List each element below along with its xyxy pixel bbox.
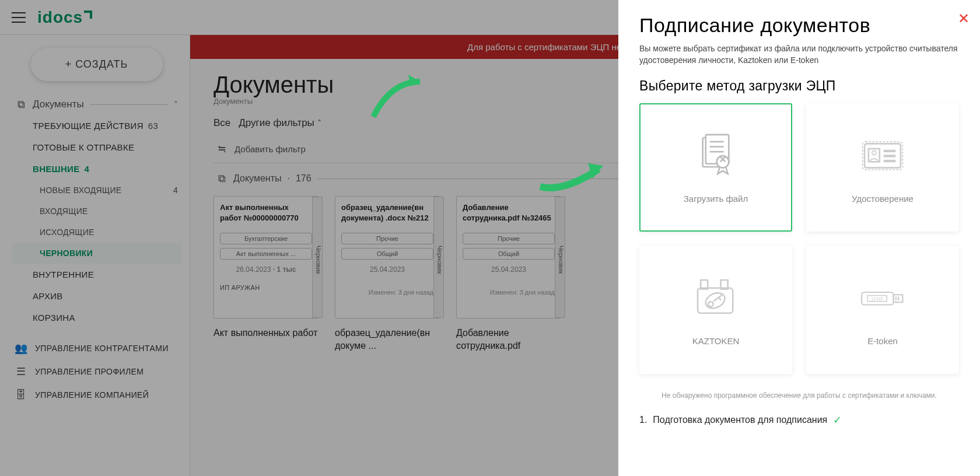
svg-point-19 (708, 302, 713, 307)
svg-point-11 (872, 150, 876, 155)
method-label: Удостоверение (852, 194, 914, 204)
panel-choose-heading: Выберите метод загрузки ЭЦП (639, 78, 959, 94)
kaztoken-icon (691, 273, 741, 323)
method-upload-file[interactable]: Загрузить файл (639, 103, 792, 232)
method-id-card[interactable]: Удостоверение (806, 103, 959, 232)
etoken-icon: 12345 (858, 273, 908, 323)
svg-line-21 (719, 297, 720, 300)
id-card-icon (858, 131, 908, 181)
check-icon: ✓ (833, 414, 842, 426)
method-label: E-token (867, 336, 898, 346)
certificate-file-icon (691, 131, 741, 181)
close-icon[interactable]: ✕ (958, 10, 970, 27)
sign-documents-panel: ✕ Подписание документов Вы можете выбрат… (618, 0, 980, 476)
method-kaztoken[interactable]: KAZTOKEN (639, 246, 792, 374)
step-1: 1. Подготовка документов для подписания … (639, 414, 959, 426)
svg-point-7 (717, 156, 729, 168)
panel-title: Подписание документов (639, 14, 959, 37)
method-label: Загрузить файл (684, 194, 748, 204)
svg-text:12345: 12345 (872, 297, 883, 302)
software-warning: Не обнаружено программное обеспечение дл… (639, 391, 959, 400)
svg-rect-12 (884, 150, 896, 152)
panel-subtitle: Вы можете выбрать сертификат из файла ил… (639, 43, 959, 66)
method-etoken[interactable]: 12345 E-token (806, 246, 959, 374)
method-label: KAZTOKEN (692, 336, 740, 346)
svg-rect-13 (884, 155, 896, 157)
svg-rect-14 (884, 160, 896, 162)
